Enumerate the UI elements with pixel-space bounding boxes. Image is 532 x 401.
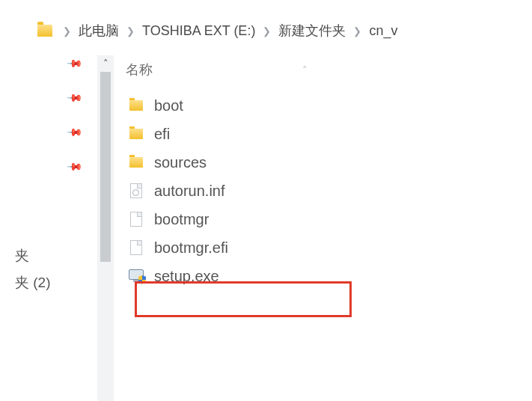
folder-icon: [127, 129, 145, 139]
scrollbar[interactable]: ˄: [97, 55, 114, 401]
installer-icon: [127, 269, 145, 283]
file-name-label: efi: [154, 126, 170, 143]
file-row-setup-exe[interactable]: setup.exe: [118, 262, 532, 290]
folder-icon: [127, 100, 145, 111]
sidebar-item[interactable]: 夹 (2): [15, 269, 51, 296]
scroll-up-icon[interactable]: ˄: [97, 55, 114, 70]
file-name-label: bootmgr: [154, 211, 209, 228]
file-icon: [127, 240, 145, 255]
file-row-autorun-inf[interactable]: autorun.inf: [118, 177, 532, 205]
file-row-bootmgr[interactable]: bootmgr: [118, 205, 532, 233]
settings-file-icon: [127, 183, 145, 198]
pin-icon: 📌: [66, 54, 83, 71]
file-row-bootmgr-efi[interactable]: bootmgr.efi: [118, 233, 532, 262]
file-row-sources[interactable]: sources: [118, 148, 532, 177]
pin-icon: 📌: [66, 123, 83, 140]
breadcrumb-seg-2[interactable]: 新建文件夹: [278, 22, 346, 40]
sort-indicator-icon: ˄: [302, 64, 308, 76]
breadcrumb[interactable]: ❯ 此电脑 ❯ TOSHIBA EXT (E:) ❯ 新建文件夹 ❯ cn_v: [37, 18, 532, 43]
file-list-pane: 名称 ˄ bootefisourcesautorun.infbootmgrboo…: [118, 55, 532, 401]
breadcrumb-seg-0[interactable]: 此电脑: [79, 22, 119, 40]
scroll-thumb[interactable]: [100, 72, 111, 262]
file-name-label: sources: [154, 154, 207, 171]
chevron-right-icon[interactable]: ❯: [353, 25, 361, 37]
column-header-name[interactable]: 名称 ˄: [118, 57, 532, 82]
chevron-right-icon[interactable]: ❯: [63, 25, 71, 37]
quick-access-sidebar: 📌 📌 📌 📌 夹 夹 (2): [0, 55, 97, 401]
folder-icon: [37, 25, 52, 37]
chevron-right-icon[interactable]: ❯: [126, 25, 135, 37]
file-name-label: setup.exe: [154, 268, 219, 285]
pin-icon: 📌: [66, 157, 83, 174]
breadcrumb-seg-3[interactable]: cn_v: [369, 23, 397, 39]
column-header-label: 名称: [126, 61, 153, 79]
file-icon: [127, 212, 145, 227]
folder-icon: [127, 157, 145, 168]
file-name-label: boot: [154, 97, 183, 114]
chevron-right-icon[interactable]: ❯: [263, 25, 271, 37]
file-name-label: bootmgr.efi: [154, 239, 228, 257]
file-row-boot[interactable]: boot: [118, 91, 532, 120]
sidebar-item[interactable]: 夹: [15, 242, 51, 269]
file-row-efi[interactable]: efi: [118, 120, 532, 148]
breadcrumb-seg-1[interactable]: TOSHIBA EXT (E:): [142, 23, 255, 39]
pin-icon: 📌: [66, 88, 83, 105]
file-name-label: autorun.inf: [154, 183, 225, 200]
